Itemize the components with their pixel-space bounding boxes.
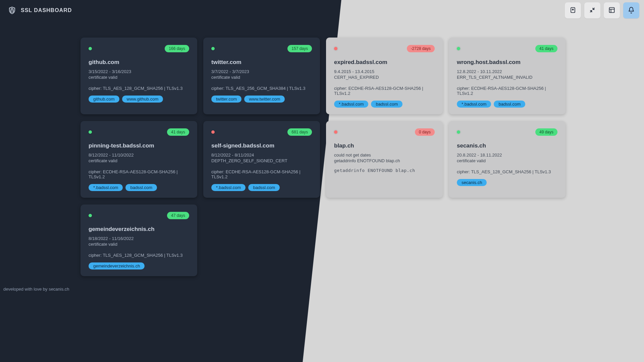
days-badge: 49 days [535,128,557,136]
card-message: CERT_HAS_EXPIRED [334,75,435,80]
card-message: certificate valid [89,242,189,247]
card-host: blap.ch [334,142,435,149]
card-cipher: cipher: ECDHE-RSA-AES128-GCM-SHA256 | TL… [334,86,435,96]
card-header: 166 days [89,45,189,52]
status-dot [334,47,337,50]
card-chips: secanis.ch [457,179,557,186]
card-message: certificate valid [89,75,189,80]
status-dot [211,130,215,134]
card-message: getaddrinfo ENOTFOUND blap.ch [334,158,435,163]
days-badge: 157 days [287,45,312,52]
days-badge: 47 days [167,212,189,219]
collapse-icon [589,7,596,14]
cert-card[interactable]: -2728 daysexpired.badssl.com9.4.2015 - 1… [326,38,443,114]
days-badge: 0 days [415,128,435,136]
card-chips: *.badssl.combadssl.com [457,101,557,108]
card-cipher: cipher: ECDHE-RSA-AES128-GCM-SHA256 | TL… [211,169,312,179]
domain-chip[interactable]: badssl.com [494,101,525,108]
status-dot [457,47,460,50]
card-header: 41 days [457,45,557,52]
export-button[interactable] [565,2,581,18]
card-dates: 3/15/2022 - 3/16/2023 [89,69,189,74]
header: SSL DASHBOARD [0,0,644,21]
card-dates: 12.8.2022 - 10.11.2022 [457,69,557,74]
card-host: pinning-test.badssl.com [89,142,189,149]
domain-chip[interactable]: *.badssl.com [334,101,368,108]
days-badge: 166 days [165,45,189,52]
footer-text: developed with love by secanis.ch [3,287,69,292]
card-chips: gemeindeverzeichnis.ch [89,262,189,269]
domain-chip[interactable]: www.twitter.com [244,96,285,103]
domain-chip[interactable]: secanis.ch [457,179,487,186]
card-dates: 8/12/2022 - 11/10/2022 [89,153,189,158]
card-host: secanis.ch [457,142,557,149]
card-dates: 9.4.2015 - 13.4.2015 [334,69,435,74]
status-dot [457,130,460,134]
status-dot [89,47,92,50]
cert-card[interactable]: 41 dayspinning-test.badssl.com8/12/2022 … [80,121,197,198]
domain-chip[interactable]: github.com [89,96,119,103]
card-message: certificate valid [89,158,189,163]
app-title: SSL DASHBOARD [21,7,72,13]
header-actions [565,2,639,18]
domain-chip[interactable]: badssl.com [371,101,402,108]
card-chips: twitter.comwww.twitter.com [211,96,312,103]
domain-chip[interactable]: *.badssl.com [89,184,123,191]
card-header: 47 days [89,212,189,219]
card-header: 41 days [89,128,189,136]
content: 166 daysgithub.com3/15/2022 - 3/16/2023c… [0,21,644,286]
status-dot [334,130,337,134]
card-header: 157 days [211,45,312,52]
card-cipher: cipher: TLS_AES_256_GCM_SHA384 | TLSv1.3 [211,86,312,91]
status-dot [211,47,215,50]
status-dot [89,130,92,134]
domain-chip[interactable]: gemeindeverzeichnis.ch [89,262,145,269]
card-chips: github.comwww.github.com [89,96,189,103]
cert-card[interactable]: 47 daysgemeindeverzeichnis.ch8/18/2022 -… [80,204,197,276]
export-icon [570,7,576,14]
card-host: wrong.host.badssl.com [457,59,557,66]
cert-card[interactable]: 41 dayswrong.host.badssl.com12.8.2022 - … [449,38,566,114]
card-dates: 3/7/2022 - 3/7/2023 [211,69,312,74]
shield-icon [7,6,17,15]
days-badge: -2728 days [407,45,435,52]
domain-chip[interactable]: twitter.com [211,96,241,103]
card-host: expired.badssl.com [334,59,435,66]
cert-card[interactable]: 681 daysself-signed.badssl.com8/12/2022 … [203,121,320,198]
card-chips: *.badssl.combadssl.com [89,184,189,191]
domain-chip[interactable]: *.badssl.com [457,101,491,108]
card-dates: could not get dates [334,153,435,158]
card-chips: *.badssl.combadssl.com [211,184,312,191]
domain-chip[interactable]: badssl.com [248,184,280,191]
card-header: -2728 days [334,45,435,52]
card-message: certificate valid [211,75,312,80]
domain-chip[interactable]: *.badssl.com [211,184,246,191]
status-dot [89,214,92,217]
card-cipher: cipher: ECDHE-RSA-AES128-GCM-SHA256 | TL… [457,86,557,96]
card-chips: *.badssl.combadssl.com [334,101,435,108]
card-host: github.com [89,59,189,66]
domain-chip[interactable]: badssl.com [125,184,157,191]
card-dates: 20.8.2022 - 18.11.2022 [457,153,557,158]
cert-card[interactable]: 0 daysblap.chcould not get datesgetaddri… [326,121,443,198]
card-header: 681 days [211,128,312,136]
cert-card[interactable]: 157 daystwitter.com3/7/2022 - 3/7/2023ce… [203,38,320,114]
card-message: DEPTH_ZERO_SELF_SIGNED_CERT [211,158,312,163]
card-host: gemeindeverzeichnis.ch [89,226,189,233]
cards-grid: 166 daysgithub.com3/15/2022 - 3/16/2023c… [80,38,564,276]
domain-chip[interactable]: www.github.com [122,96,163,103]
card-header: 49 days [457,128,557,136]
days-badge: 41 days [535,45,557,52]
card-cipher: cipher: TLS_AES_128_GCM_SHA256 | TLSv1.3 [89,253,189,258]
brand: SSL DASHBOARD [7,6,72,15]
card-dates: 8/18/2022 - 11/16/2022 [89,236,189,241]
notifications-button[interactable] [623,2,639,18]
layout-button[interactable] [604,2,620,18]
card-dates: 8/12/2022 - 8/11/2024 [211,153,312,158]
svg-rect-2 [609,7,614,12]
collapse-button[interactable] [584,2,600,18]
card-cipher: cipher: TLS_AES_128_GCM_SHA256 | TLSv1.3 [457,169,557,174]
cert-card[interactable]: 49 dayssecanis.ch20.8.2022 - 18.11.2022c… [449,121,566,198]
card-host: twitter.com [211,59,312,66]
cert-card[interactable]: 166 daysgithub.com3/15/2022 - 3/16/2023c… [80,38,197,114]
